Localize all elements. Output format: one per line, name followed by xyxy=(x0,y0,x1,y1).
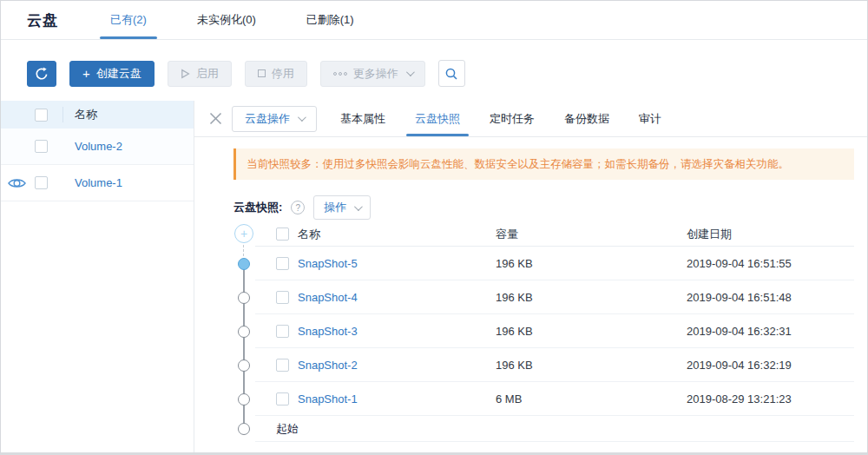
snapshot-name-cell: SnapShot-3 xyxy=(298,325,496,338)
volume-rows: Volume-2Volume-1 xyxy=(1,129,194,201)
volume-list-header: 名称 xyxy=(1,101,194,129)
search-button[interactable] xyxy=(438,60,465,87)
main-tabs: 已有(2)未实例化(0)已删除(1) xyxy=(102,1,396,39)
column-header-date: 创建日期 xyxy=(687,227,854,242)
snapshot-row: SnapShot-3196 KB2019-09-04 16:32:31 xyxy=(255,314,854,348)
disable-button[interactable]: 停用 xyxy=(245,61,307,87)
search-icon xyxy=(444,67,458,81)
volume-checkbox[interactable] xyxy=(35,140,48,153)
detail-tab[interactable]: 云盘快照 xyxy=(406,101,469,136)
volume-name-link[interactable]: Volume-2 xyxy=(75,140,122,153)
close-icon[interactable] xyxy=(209,112,222,125)
snapshot-date: 2019-08-29 13:21:23 xyxy=(687,392,854,406)
help-icon[interactable]: ? xyxy=(291,201,305,214)
stop-icon xyxy=(258,69,266,77)
snapshot-row: SnapShot-2196 KB2019-09-04 16:32:19 xyxy=(255,348,854,382)
detail-tab[interactable]: 备份数据 xyxy=(556,101,618,136)
snapshot-row: SnapShot-16 MB2019-08-29 13:21:23 xyxy=(255,382,854,416)
cloud-disk-page: 云盘 已有(2)未实例化(0)已删除(1) + 创建云盘 启用 停用 更多操作 xyxy=(0,0,868,455)
page-header: 云盘 已有(2)未实例化(0)已删除(1) xyxy=(1,1,867,40)
enable-label: 启用 xyxy=(196,66,219,82)
snapshot-table: + 名称 容量 创建日期 SnapShot-5196 KB2019-09-04 … xyxy=(233,222,854,442)
add-snapshot-button[interactable]: + xyxy=(234,224,253,243)
snapshot-checkbox[interactable] xyxy=(276,257,289,270)
plus-icon: + xyxy=(82,67,90,80)
warning-text: 当前快照较多：使用过多快照会影响云盘性能、数据安全以及主存储容量；如需长期备份，… xyxy=(247,157,789,172)
main-tab[interactable]: 未实例化(0) xyxy=(188,1,265,39)
snapshot-checkbox[interactable] xyxy=(276,325,289,338)
select-all-snapshots-checkbox[interactable] xyxy=(276,228,289,241)
volume-row[interactable]: Volume-2 xyxy=(1,129,194,165)
disable-label: 停用 xyxy=(272,66,294,82)
snapshot-size: 196 KB xyxy=(496,291,687,304)
page-title: 云盘 xyxy=(27,10,58,30)
snapshot-checkbox[interactable] xyxy=(276,291,289,304)
snapshot-rows: SnapShot-5196 KB2019-09-04 16:51:55SnapS… xyxy=(233,247,854,416)
detail-tab[interactable]: 基本属性 xyxy=(332,101,394,136)
chevron-down-icon xyxy=(354,202,363,211)
ellipsis-icon xyxy=(333,72,347,76)
detail-tab[interactable]: 定时任务 xyxy=(481,101,543,136)
snapshot-name-cell: SnapShot-1 xyxy=(298,392,496,406)
snapshot-name-cell: SnapShot-4 xyxy=(298,291,496,304)
snapshot-checkbox[interactable] xyxy=(276,392,289,406)
refresh-icon xyxy=(35,67,49,81)
snapshot-section-header: 云盘快照: ? 操作 xyxy=(233,195,867,220)
play-icon xyxy=(181,69,190,79)
detail-tabs: 基本属性云盘快照定时任务备份数据审计 xyxy=(326,101,676,136)
chevron-down-icon xyxy=(298,113,306,122)
snapshot-row: SnapShot-5196 KB2019-09-04 16:51:55 xyxy=(255,247,854,280)
snapshot-name-cell: SnapShot-2 xyxy=(298,359,496,372)
volume-detail-panel: 云盘操作 基本属性云盘快照定时任务备份数据审计 当前快照较多：使用过多快照会影响… xyxy=(194,101,867,452)
more-actions-label: 更多操作 xyxy=(353,66,398,82)
snapshot-name-link[interactable]: SnapShot-3 xyxy=(298,325,358,338)
refresh-button[interactable] xyxy=(27,61,56,87)
detail-tab[interactable]: 审计 xyxy=(630,101,670,136)
select-all-volumes-checkbox[interactable] xyxy=(35,109,48,122)
name-column-header: 名称 xyxy=(75,107,97,122)
snapshot-name-link[interactable]: SnapShot-1 xyxy=(298,392,358,406)
snapshot-section-label: 云盘快照: xyxy=(233,200,282,215)
volume-list-panel: 名称 Volume-2Volume-1 xyxy=(1,101,194,452)
timeline-origin-dot xyxy=(238,423,250,435)
timeline-origin-row: 起始 xyxy=(255,416,854,442)
snapshot-date: 2019-09-04 16:51:48 xyxy=(687,291,854,304)
snapshot-warning-banner: 当前快照较多：使用过多快照会影响云盘性能、数据安全以及主存储容量；如需长期备份，… xyxy=(233,148,854,180)
snapshot-date: 2019-09-04 16:32:19 xyxy=(687,359,854,372)
snapshot-date: 2019-09-04 16:51:55 xyxy=(687,257,854,270)
main-tab[interactable]: 已删除(1) xyxy=(298,1,363,39)
enable-button[interactable]: 启用 xyxy=(168,61,232,87)
chevron-down-icon xyxy=(406,68,415,76)
column-header-size: 容量 xyxy=(496,227,687,242)
toolbar: + 创建云盘 启用 停用 更多操作 xyxy=(1,40,867,87)
snapshot-checkbox[interactable] xyxy=(276,359,289,372)
volume-row[interactable]: Volume-1 xyxy=(1,165,194,201)
snapshot-size: 196 KB xyxy=(496,257,687,270)
more-actions-button[interactable]: 更多操作 xyxy=(320,61,425,87)
snapshot-name-link[interactable]: SnapShot-2 xyxy=(298,359,358,372)
snapshot-name-link[interactable]: SnapShot-4 xyxy=(298,291,358,304)
snapshot-actions-dropdown[interactable]: 操作 xyxy=(313,195,371,220)
snapshot-name-cell: SnapShot-5 xyxy=(298,257,496,270)
watching-eye-icon xyxy=(8,177,26,189)
snapshot-name-link[interactable]: SnapShot-5 xyxy=(298,257,358,270)
origin-label: 起始 xyxy=(276,421,299,437)
snapshot-size: 196 KB xyxy=(496,325,687,338)
snapshot-actions-label: 操作 xyxy=(324,200,346,215)
create-volume-button[interactable]: + 创建云盘 xyxy=(69,61,155,87)
main-tab[interactable]: 已有(2) xyxy=(102,1,155,39)
create-volume-label: 创建云盘 xyxy=(96,66,141,82)
snapshot-table-header: 名称 容量 创建日期 xyxy=(255,222,854,247)
snapshot-date: 2019-09-04 16:32:31 xyxy=(687,325,854,338)
snapshot-row: SnapShot-4196 KB2019-09-04 16:51:48 xyxy=(255,280,854,314)
volume-checkbox[interactable] xyxy=(35,176,48,189)
detail-header: 云盘操作 基本属性云盘快照定时任务备份数据审计 xyxy=(194,101,867,137)
volume-actions-label: 云盘操作 xyxy=(245,111,290,127)
snapshot-size: 196 KB xyxy=(496,359,687,372)
volume-name-link[interactable]: Volume-1 xyxy=(75,176,122,189)
volume-actions-dropdown[interactable]: 云盘操作 xyxy=(232,106,317,132)
column-header-name: 名称 xyxy=(298,227,496,242)
snapshot-size: 6 MB xyxy=(496,392,687,406)
